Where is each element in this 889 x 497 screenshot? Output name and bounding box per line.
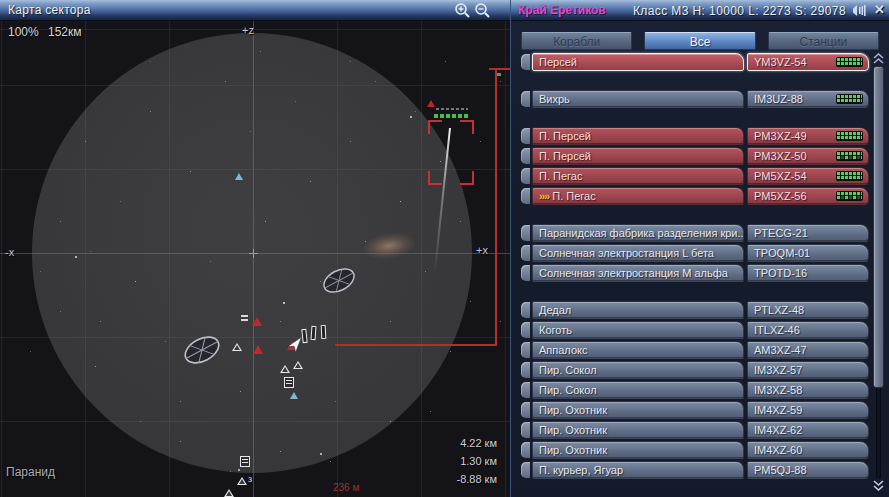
object-group: П. ПерсейPM3XZ-49П. ПерсейPM3XZ-50П. Пег… (521, 127, 869, 205)
object-name[interactable]: Дедал (532, 301, 744, 319)
object-group: Паранидская фабрика разделения кри...PTE… (521, 224, 869, 282)
tab-bar: КораблиВсеСтанции (521, 32, 879, 51)
tab-inactive[interactable]: Корабли (521, 32, 632, 50)
list-item[interactable]: АппалоксAM3XZ-47 (521, 341, 869, 359)
zoom-in-icon[interactable] (454, 2, 472, 19)
object-code[interactable]: IM3XZ-58 (747, 381, 869, 399)
object-code[interactable]: AM3XZ-47 (747, 341, 869, 359)
ship-blip-icon[interactable]: з (248, 474, 252, 484)
ship-stats: Класс М3 Н: 10000 L: 2273 S: 29078 (633, 4, 846, 18)
object-code[interactable]: TPOQM-01 (747, 244, 869, 262)
hostile-ship-icon[interactable] (253, 345, 263, 354)
list-item[interactable]: П. курьер, ЯгуарPM5QJ-88 (521, 461, 869, 479)
object-name[interactable]: П. курьер, Ягуар (532, 461, 744, 479)
ship-blip-icon[interactable] (311, 326, 317, 340)
object-name[interactable]: Пир. Охотник (532, 401, 744, 419)
bracket-corner-icon (460, 171, 474, 185)
sector-name-label: Паранид (6, 465, 55, 479)
speaker-icon[interactable] (850, 4, 866, 17)
object-code[interactable]: PTLXZ-48 (747, 301, 869, 319)
object-code[interactable]: YM3VZ-54 (747, 53, 869, 71)
object-code[interactable]: IM4XZ-62 (747, 421, 869, 439)
list-item[interactable]: Солнечная электростанция L бетаTPOQM-01 (521, 244, 869, 262)
list-item[interactable]: Пир. ОхотникIM4XZ-59 (521, 401, 869, 419)
list-item[interactable]: ДедалPTLXZ-48 (521, 301, 869, 319)
list-item[interactable]: Пир. СоколIM3XZ-58 (521, 381, 869, 399)
object-code[interactable]: PM5XZ-54 (747, 167, 869, 185)
object-code[interactable]: PM5XZ-56 (747, 187, 869, 205)
object-code[interactable]: PM3XZ-49 (747, 127, 869, 145)
list-item[interactable]: ВихрьIM3UZ-88 (521, 90, 869, 108)
object-name[interactable]: П. Персей (532, 147, 744, 165)
hostile-ship-icon[interactable] (427, 100, 435, 107)
object-name[interactable]: Солнечная электростанция L бета (532, 244, 744, 262)
chevrons-down-icon[interactable] (872, 479, 885, 491)
object-name[interactable]: Паранидская фабрика разделения кри... (532, 224, 744, 242)
object-name[interactable]: Вихрь (532, 90, 744, 108)
object-code[interactable]: PM5QJ-88 (747, 461, 869, 479)
object-code[interactable]: PTECG-21 (747, 224, 869, 242)
distance-readout-1: 4.22 км (460, 437, 497, 449)
close-icon[interactable]: ✕ (874, 2, 885, 17)
zoom-out-icon[interactable] (474, 2, 492, 19)
tab-active[interactable]: Все (644, 32, 755, 50)
ship-blip-icon[interactable] (321, 325, 327, 339)
list-item[interactable]: КоготьITLXZ-46 (521, 321, 869, 339)
object-code[interactable]: IM3UZ-88 (747, 90, 869, 108)
object-name[interactable]: Пир. Сокол (532, 361, 744, 379)
object-name[interactable]: П. Персей (532, 127, 744, 145)
object-name[interactable]: »»П. Пегас (532, 187, 744, 205)
object-name[interactable]: Коготь (532, 321, 744, 339)
object-name[interactable]: Солнечная электростанция М альфа (532, 264, 744, 282)
tab-inactive[interactable]: Станции (768, 32, 879, 50)
row-nub (521, 422, 530, 438)
white-triangle-icon[interactable] (280, 365, 290, 373)
object-name[interactable]: Пир. Охотник (532, 421, 744, 439)
chevrons-up-icon[interactable] (872, 53, 885, 65)
object-code[interactable]: IM4XZ-59 (747, 401, 869, 419)
map-titlebar: Карта сектора (0, 0, 510, 21)
scrollbar[interactable] (872, 53, 885, 491)
object-name[interactable]: Пир. Сокол (532, 381, 744, 399)
list-item[interactable]: ПерсейYM3VZ-54 (521, 53, 869, 71)
white-triangle-icon[interactable] (293, 361, 303, 369)
sector-map-canvas[interactable]: 100% 152км +z -x +x Паранид 4.22 км 1.30… (0, 21, 510, 497)
list-item[interactable]: Пир. ОхотникIM4XZ-60 (521, 441, 869, 459)
list-item[interactable]: Паранидская фабрика разделения кри...PTE… (521, 224, 869, 242)
list-item[interactable]: П. ПерсейPM3XZ-49 (521, 127, 869, 145)
object-code[interactable]: TPOTD-16 (747, 264, 869, 282)
sector-name: Край Еретиков (518, 3, 606, 17)
row-nub (521, 402, 530, 418)
white-triangle-icon[interactable] (224, 489, 234, 497)
hostile-station-icon[interactable] (252, 317, 262, 326)
list-item[interactable]: Пир. ОхотникIM4XZ-62 (521, 421, 869, 439)
white-triangle-icon[interactable] (232, 343, 242, 351)
white-triangle-icon[interactable] (237, 477, 247, 485)
object-name[interactable]: Персей (532, 53, 744, 71)
object-name[interactable]: Пир. Охотник (532, 441, 744, 459)
station-box-icon[interactable] (284, 377, 294, 388)
object-code[interactable]: IM4XZ-60 (747, 441, 869, 459)
ship-blip-icon[interactable] (241, 315, 248, 317)
row-nub (521, 342, 530, 358)
friendly-ship-icon[interactable] (235, 173, 243, 180)
list-item[interactable]: П. ПегасPM5XZ-54 (521, 167, 869, 185)
list-item[interactable]: П. ПерсейPM3XZ-50 (521, 147, 869, 165)
distance-readout-2: 1.30 км (460, 455, 497, 467)
row-nub (521, 322, 530, 338)
object-code[interactable]: IM3XZ-57 (747, 361, 869, 379)
list-item[interactable]: Пир. СоколIM3XZ-57 (521, 361, 869, 379)
list-item[interactable]: »»П. ПегасPM5XZ-56 (521, 187, 869, 205)
friendly-ship-icon[interactable] (290, 392, 298, 399)
object-name[interactable]: Аппалокс (532, 341, 744, 359)
object-name[interactable]: П. Пегас (532, 167, 744, 185)
bracket-corner-icon (428, 171, 442, 185)
map-zoom-readout: 100% (8, 25, 39, 39)
scrollbar-thumb[interactable] (873, 66, 884, 388)
object-code[interactable]: ITLXZ-46 (747, 321, 869, 339)
sector-objects-panel: Край Еретиков Класс М3 Н: 10000 L: 2273 … (510, 0, 889, 497)
object-code[interactable]: PM3XZ-50 (747, 147, 869, 165)
row-nub (521, 245, 530, 261)
station-box-icon[interactable] (240, 456, 250, 467)
list-item[interactable]: Солнечная электростанция М альфаTPOTD-16 (521, 264, 869, 282)
